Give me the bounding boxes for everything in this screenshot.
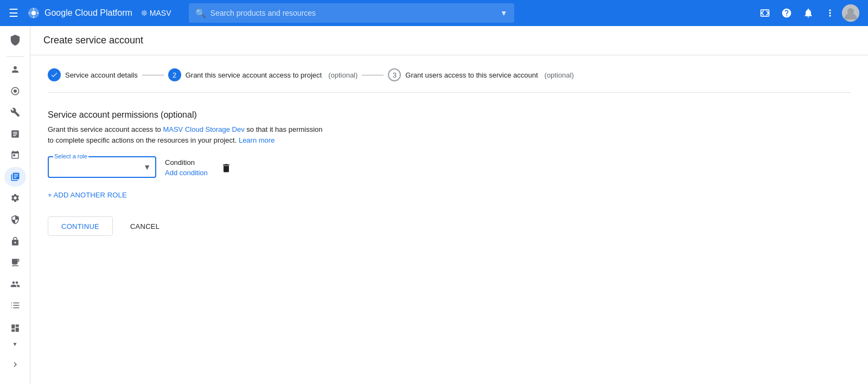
svg-point-4 — [14, 89, 17, 93]
sidebar-item-logs[interactable] — [4, 124, 26, 144]
sidebar-item-audit[interactable] — [4, 253, 26, 272]
role-select-label: Select a role — [53, 153, 88, 159]
sidebar-item-groups[interactable] — [4, 274, 26, 294]
permissions-section: Service account permissions (optional) G… — [48, 110, 851, 236]
step-2-label: Grant this service account access to pro… — [186, 71, 322, 79]
step-3-optional: (optional) — [545, 71, 574, 79]
stepper: Service account details 2 Grant this ser… — [48, 68, 851, 93]
learn-more-link[interactable]: Learn more — [239, 136, 275, 144]
sidebar-item-dashboard[interactable] — [4, 317, 26, 339]
top-nav: ☰ Google Cloud Platform ❊ MASV 🔍 ▼ — [0, 0, 868, 26]
brand-logo-area: Google Cloud Platform — [27, 7, 132, 20]
condition-label: Condition — [165, 158, 208, 167]
step-2-optional: (optional) — [328, 71, 358, 79]
help-icon[interactable] — [777, 3, 796, 23]
project-link[interactable]: MASV Cloud Storage Dev — [163, 125, 244, 133]
stepper-separator-2 — [362, 75, 384, 75]
page-title: Create service account — [43, 35, 855, 46]
sidebar-item-calendar[interactable] — [4, 146, 26, 165]
gcp-logo-icon — [27, 7, 40, 20]
step-2: 2 Grant this service account access to p… — [168, 68, 358, 81]
role-select-wrapper: Select a role ▼ — [48, 156, 156, 178]
terminal-icon[interactable] — [755, 3, 775, 23]
stepper-separator-1 — [142, 75, 164, 75]
project-icon: ❊ — [141, 9, 148, 17]
sidebar-shield-icon — [4, 30, 26, 50]
sidebar-item-active[interactable] — [4, 167, 26, 187]
cancel-button[interactable]: CANCEL — [117, 216, 173, 236]
section-title: Service account permissions (optional) — [48, 110, 851, 120]
app-layout: ▼ Create service account Service account… — [0, 26, 868, 384]
svg-point-0 — [31, 11, 36, 15]
notifications-icon[interactable] — [799, 3, 818, 23]
page-header: Create service account — [30, 26, 868, 55]
step-1: Service account details — [48, 68, 138, 81]
condition-column: Condition Add condition — [165, 156, 208, 177]
continue-button[interactable]: CONTINUE — [48, 216, 113, 236]
more-options-icon[interactable] — [820, 3, 840, 23]
sidebar-item-security[interactable] — [4, 210, 26, 229]
dashboard-expand-icon: ▼ — [12, 341, 18, 347]
add-condition-link[interactable]: Add condition — [165, 169, 208, 177]
sidebar: ▼ — [0, 26, 30, 384]
sidebar-divider-top — [7, 56, 24, 57]
sidebar-item-more[interactable] — [4, 296, 26, 315]
menu-icon[interactable]: ☰ — [9, 7, 18, 20]
search-icon: 🔍 — [195, 8, 206, 18]
section-description: Grant this service account access to MAS… — [48, 124, 851, 145]
content-area: Service account details 2 Grant this ser… — [30, 55, 868, 249]
step-3-label: Grant users access to this service accou… — [405, 71, 538, 79]
search-chevron-icon: ▼ — [500, 9, 508, 17]
search-bar[interactable]: 🔍 ▼ — [189, 3, 514, 23]
role-select-dropdown[interactable] — [48, 156, 156, 178]
project-name: MASV — [150, 9, 171, 17]
top-nav-actions — [755, 3, 859, 23]
sidebar-item-users[interactable] — [4, 60, 26, 79]
project-selector[interactable]: ❊ MASV — [141, 9, 171, 17]
sidebar-item-tools[interactable] — [4, 103, 26, 123]
sidebar-bottom: ▼ — [4, 316, 26, 380]
role-row: Select a role ▼ Condition Add condition — [48, 156, 851, 178]
desc-part1: Grant this service account access to — [48, 125, 163, 133]
step-2-number: 2 — [168, 68, 181, 81]
search-input[interactable] — [210, 9, 496, 17]
step-1-number — [48, 68, 61, 81]
avatar[interactable] — [842, 4, 859, 22]
action-bar: CONTINUE CANCEL — [48, 216, 851, 236]
sidebar-item-policy[interactable] — [4, 232, 26, 251]
brand-name: Google Cloud Platform — [44, 8, 132, 18]
step-1-label: Service account details — [65, 71, 138, 79]
sidebar-item-settings[interactable] — [4, 189, 26, 208]
sidebar-expand-button[interactable] — [4, 354, 26, 375]
step-3: 3 Grant users access to this service acc… — [388, 68, 573, 81]
delete-role-button[interactable] — [216, 158, 236, 178]
sidebar-item-circle[interactable] — [4, 81, 26, 101]
add-another-role-button[interactable]: + ADD ANOTHER ROLE — [48, 187, 127, 203]
main-content: Create service account Service account d… — [30, 26, 868, 384]
step-3-number: 3 — [388, 68, 401, 81]
